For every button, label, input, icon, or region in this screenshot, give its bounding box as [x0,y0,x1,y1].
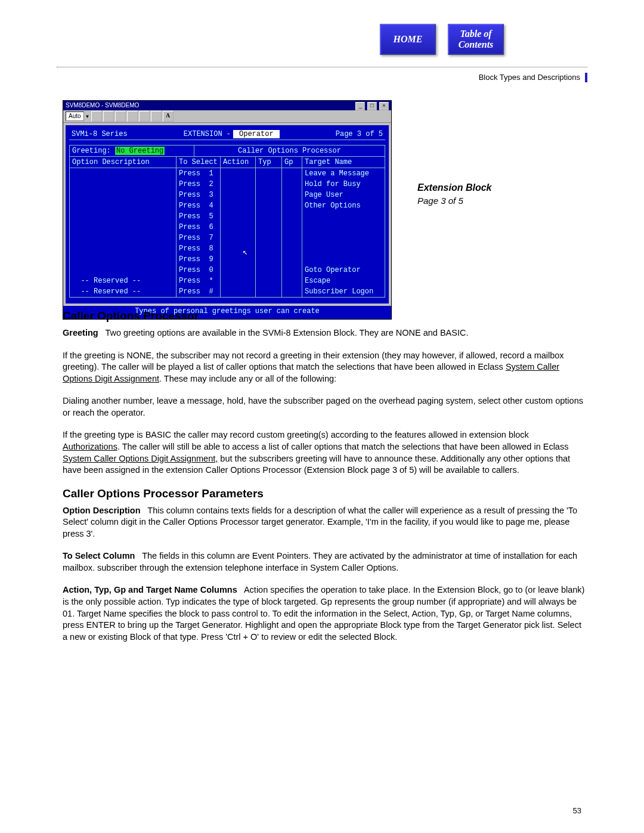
cell: Press 5 [177,211,221,222]
table-row: -- Reserved --Press #Subscriber Logon [70,286,385,297]
cell: Hold for Busy [302,179,385,190]
cell [70,222,177,233]
link-authorizations[interactable]: Authorizations [63,442,117,451]
cell [282,275,302,286]
cell [70,211,177,222]
toolbar-icon [115,111,126,122]
col-target-name: Target Name [302,157,385,168]
cell: Press * [177,275,221,286]
table-row: Press 4Other Options [70,200,385,211]
heading-caller-options-processor: Caller Options Processor [63,309,587,323]
section-value: Operator [233,130,280,138]
table-row: Press 5 [70,211,385,222]
table-row: Press 8 [70,243,385,254]
cell [221,200,256,211]
table-row: Press 1Leave a Message [70,168,385,179]
cell [70,179,177,190]
paragraph: Option Description This column contains … [63,505,587,540]
series-label: SVMi-8 Series [72,130,128,138]
table-row: Press 6 [70,222,385,233]
toolbar-icon [91,111,102,122]
cell: Press 2 [177,179,221,190]
minimize-icon: _ [355,102,365,110]
lead-to-select: To Select Column [63,551,135,561]
cell [221,254,256,265]
cell: Press 1 [177,168,221,179]
cell [302,211,385,222]
window-toolbar: Auto ▼ A [63,110,391,123]
cell [70,190,177,200]
cell [221,275,256,286]
toolbar-bold-icon: A [163,111,174,122]
cell: Press 4 [177,200,221,211]
table-row: Press 9 [70,254,385,265]
body-content: Caller Options Processor Greeting Two gr… [63,301,587,654]
paragraph: To Select Column The fields in this colu… [63,550,587,574]
cell [221,211,256,222]
cell: Press 8 [177,243,221,254]
breadcrumb: Block Types and Descriptions [479,73,587,82]
cell: Press 7 [177,233,221,243]
cell [282,200,302,211]
column-headers: Option Description To Select Action Typ … [70,157,385,168]
maximize-icon: □ [367,102,377,110]
greeting-field: Greeting: No Greeting [70,145,194,156]
cell [282,179,302,190]
cell [256,190,282,200]
cell [256,222,282,233]
cell [70,168,177,179]
paragraph: If the greeting type is BASIC the caller… [63,429,587,476]
cell [221,286,256,297]
window-controls: _ □ × [355,101,389,110]
cell: Press 6 [177,222,221,233]
divider [57,67,587,67]
cursor-icon: ↖ [243,247,247,257]
options-rows: Press 1Leave a MessagePress 2Hold for Bu… [70,168,385,297]
cell [70,233,177,243]
cell [221,265,256,275]
cell [256,265,282,275]
lead-greeting: Greeting [63,328,98,337]
figure-caption: Extension Block Page 3 of 5 [417,182,537,206]
toc-button[interactable]: Table of Contents [448,24,504,55]
cell [282,243,302,254]
paragraph: Dialing another number, leave a message,… [63,395,587,419]
panel-title: Caller Options Processor [194,145,385,156]
cell: -- Reserved -- [70,275,177,286]
cell [70,254,177,265]
lead-action-typ-gp-target: Action, Typ, Gp and Target Name Columns [63,585,237,594]
toolbar-icon [103,111,114,122]
cell [221,233,256,243]
cell: Press 9 [177,254,221,265]
cell [256,286,282,297]
cell [282,211,302,222]
link-system-caller-options[interactable]: System Caller Options Digit Assignment, [63,454,218,463]
cell: Press # [177,286,221,297]
toolbar-icon [139,111,150,122]
home-button[interactable]: HOME [380,24,436,55]
cell [302,222,385,233]
close-icon: × [379,102,389,110]
cell [282,222,302,233]
col-typ: Typ [256,157,282,168]
col-gp: Gp [282,157,302,168]
cell [302,254,385,265]
cell: -- Reserved -- [70,286,177,297]
toolbar-icon [127,111,138,122]
cell [256,243,282,254]
cell [302,243,385,254]
section-indicator: EXTENSION - Operator [184,130,280,138]
cell [221,222,256,233]
page-number: 53 [573,806,581,815]
cell [282,233,302,243]
terminal-header: SVMi-8 Series EXTENSION - Operator Page … [69,129,385,140]
toolbar-icon [151,111,162,122]
paragraph: Action, Typ, Gp and Target Name Columns … [63,584,587,643]
page-indicator: Page 3 of 5 [336,130,383,138]
cell: Press 3 [177,190,221,200]
cell: Leave a Message [302,168,385,179]
table-row: Press 2Hold for Busy [70,179,385,190]
cell: Escape [302,275,385,286]
caption-sub: Page 3 of 5 [417,196,537,206]
cell [256,179,282,190]
